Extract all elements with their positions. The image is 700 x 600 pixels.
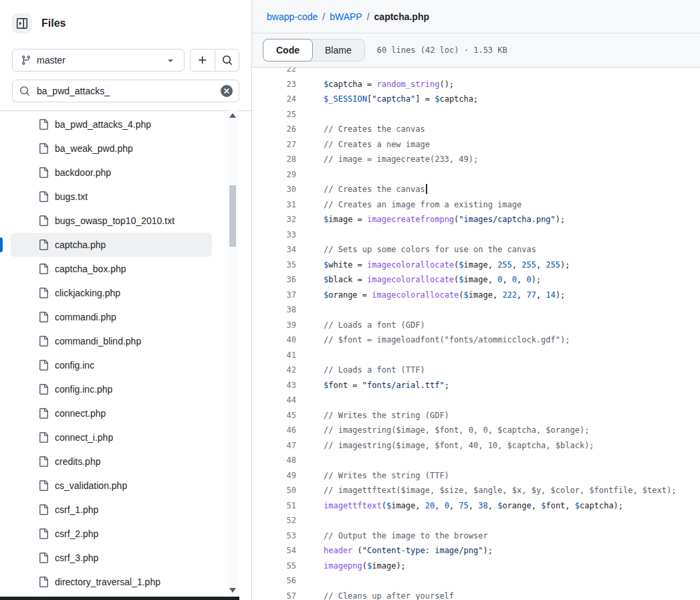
branch-selector[interactable]: master <box>12 49 185 72</box>
file-tree-item[interactable]: backdoor.php <box>11 161 212 185</box>
line-number[interactable]: 43 <box>252 378 296 393</box>
line-number[interactable]: 25 <box>252 107 296 122</box>
line-number[interactable]: 55 <box>252 559 296 574</box>
breadcrumb-folder-link[interactable]: bWAPP <box>330 11 362 22</box>
file-tree-item[interactable]: captcha.php <box>11 233 212 257</box>
tree-search-input[interactable] <box>35 85 215 97</box>
file-tree-item[interactable]: ba_weak_pwd.php <box>11 136 212 161</box>
tree-scrollbar[interactable] <box>227 110 238 596</box>
line-number[interactable]: 26 <box>252 122 296 137</box>
line-number[interactable]: 52 <box>252 513 296 528</box>
code-line: 38 <box>252 302 700 318</box>
code-line: 52 <box>252 513 700 528</box>
window-bottom-edge <box>0 597 239 600</box>
line-number[interactable]: 56 <box>252 573 296 589</box>
line-number[interactable]: 37 <box>252 288 296 303</box>
search-icon <box>19 86 30 96</box>
file-tree-item[interactable]: commandi.php <box>11 305 212 329</box>
file-tree-item[interactable]: connect_i.php <box>11 425 212 449</box>
file-icon <box>38 528 49 539</box>
chevron-down-icon <box>165 55 176 66</box>
line-number[interactable]: 50 <box>252 483 296 498</box>
breadcrumb: bwapp-code / bWAPP / captcha.php <box>252 0 700 33</box>
line-number[interactable]: 53 <box>252 528 296 544</box>
file-tree-item[interactable]: connect.php <box>11 401 212 425</box>
scrollbar-thumb[interactable] <box>229 185 236 247</box>
file-name-label: bugs.txt <box>55 191 88 202</box>
code-text: // Creates the canvas <box>296 182 427 197</box>
file-tree-item[interactable]: csrf_2.php <box>11 522 212 546</box>
collapse-sidebar-button[interactable] <box>12 13 32 33</box>
file-name-label: config.inc.php <box>55 384 112 395</box>
scroll-up-button[interactable] <box>227 110 238 121</box>
file-name-label: csrf_3.php <box>55 553 98 563</box>
line-number[interactable]: 48 <box>252 453 296 468</box>
code-line: 51imagettftext($image, 20, 0, 75, 38, $o… <box>252 498 700 514</box>
scroll-down-button[interactable] <box>227 585 238 596</box>
tab-blame[interactable]: Blame <box>312 39 364 61</box>
file-tree-item[interactable]: config.inc <box>11 353 212 377</box>
code-line: 29 <box>252 167 700 183</box>
file-tree-item[interactable]: csrf_3.php <box>11 546 212 570</box>
tree-search-row <box>12 80 239 102</box>
line-number[interactable]: 41 <box>252 348 296 363</box>
line-number[interactable]: 39 <box>252 318 296 333</box>
file-tree-item[interactable]: directory_traversal_1.php <box>11 570 212 594</box>
line-number[interactable]: 22 <box>252 68 296 77</box>
file-icon <box>38 264 49 274</box>
file-icon <box>38 215 49 226</box>
line-number[interactable]: 31 <box>252 197 296 213</box>
line-number[interactable]: 54 <box>252 543 296 559</box>
file-tree-item[interactable]: credits.php <box>11 449 212 474</box>
line-number[interactable]: 35 <box>252 258 296 273</box>
line-number[interactable]: 51 <box>252 498 296 514</box>
line-number[interactable]: 42 <box>252 363 296 378</box>
code-editor[interactable]: 2223$captcha = random_string();24$_SESSI… <box>252 68 700 600</box>
line-number[interactable]: 46 <box>252 423 296 438</box>
line-number[interactable]: 44 <box>252 393 296 408</box>
file-icon <box>38 553 49 563</box>
file-tree-item[interactable]: captcha_box.php <box>11 257 212 281</box>
line-number[interactable]: 23 <box>252 77 296 92</box>
file-tree-item[interactable]: bugs.txt <box>11 185 212 209</box>
line-number[interactable]: 40 <box>252 332 296 348</box>
add-file-button[interactable] <box>191 49 215 71</box>
code-line: 44 <box>252 393 700 408</box>
line-number[interactable]: 24 <box>252 92 296 107</box>
breadcrumb-repo-link[interactable]: bwapp-code <box>267 11 318 22</box>
file-tree-item[interactable]: ba_pwd_attacks_4.php <box>11 112 212 136</box>
code-line: 54header ("Content-type: image/png"); <box>252 543 700 559</box>
code-text: $image = imagecreatefrompng("images/capt… <box>296 212 565 227</box>
code-line: 28// image = imagecreate(233, 49); <box>252 152 700 167</box>
file-tree-item[interactable]: csrf_1.php <box>11 498 212 522</box>
file-name-label: bugs_owasp_top10_2010.txt <box>55 215 174 226</box>
line-number[interactable]: 38 <box>252 302 296 318</box>
line-number[interactable]: 36 <box>252 272 296 288</box>
code-text <box>296 68 324 77</box>
line-number[interactable]: 27 <box>252 137 296 153</box>
file-icon <box>38 408 49 419</box>
clear-search-button[interactable] <box>221 85 233 97</box>
file-tree-item[interactable]: config.inc.php <box>11 377 212 401</box>
code-text: // Writes the string (TTF) <box>296 468 449 484</box>
file-tree-item[interactable]: cs_validation.php <box>11 474 212 498</box>
line-number[interactable]: 28 <box>252 152 296 167</box>
line-number[interactable]: 49 <box>252 468 296 484</box>
file-tree-item[interactable]: bugs_owasp_top10_2010.txt <box>11 209 212 233</box>
line-number[interactable]: 29 <box>252 167 296 183</box>
file-name-label: credits.php <box>55 456 100 467</box>
line-number[interactable]: 57 <box>252 589 296 600</box>
file-tree-item[interactable]: commandi_blind.php <box>11 329 212 353</box>
search-toggle-button[interactable] <box>215 49 239 71</box>
code-line: 46// imagestring($image, $font, 0, 0, $c… <box>252 423 700 438</box>
line-number[interactable]: 45 <box>252 408 296 423</box>
line-number[interactable]: 32 <box>252 212 296 227</box>
tab-code[interactable]: Code <box>263 39 313 62</box>
code-line: 23$captcha = random_string(); <box>252 77 700 92</box>
line-number[interactable]: 34 <box>252 242 296 258</box>
file-tree-item[interactable]: clickjacking.php <box>11 281 212 305</box>
line-number[interactable]: 33 <box>252 227 296 243</box>
code-text: // imagestring($image, $font, 40, 10, $c… <box>296 438 594 454</box>
line-number[interactable]: 47 <box>252 438 296 454</box>
line-number[interactable]: 30 <box>252 182 296 197</box>
